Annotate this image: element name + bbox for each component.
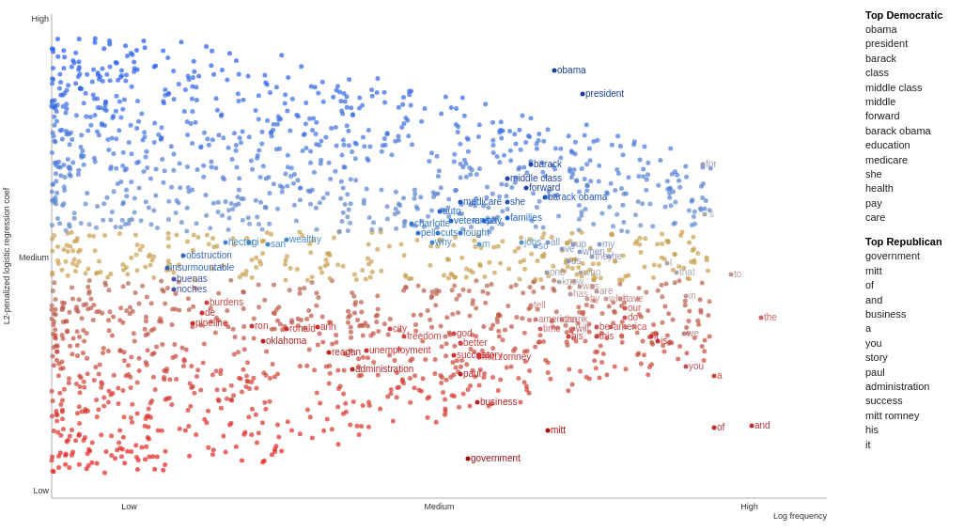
rep-word: you xyxy=(865,336,972,351)
dem-word: class xyxy=(865,66,972,80)
dem-word: education xyxy=(865,138,972,152)
rep-word: mitt romney xyxy=(865,409,972,423)
rep-word: administration xyxy=(865,380,972,394)
dem-word: care xyxy=(865,211,972,225)
dem-word: health xyxy=(865,181,972,195)
rep-word: a xyxy=(865,321,972,336)
dem-word: barack xyxy=(865,52,972,66)
dem-word: barack obama xyxy=(865,124,972,138)
rep-word: of xyxy=(865,278,972,292)
dem-section: Top Democratic obamapresidentbarackclass… xyxy=(865,9,972,225)
dem-word: obama xyxy=(865,23,972,37)
rep-section: Top Republican governmentmittofandbusine… xyxy=(865,236,972,451)
rep-word: story xyxy=(865,351,972,365)
rep-word: and xyxy=(865,293,972,307)
rep-word: government xyxy=(865,249,972,263)
rep-word: business xyxy=(865,307,972,321)
dem-word: middle class xyxy=(865,81,972,95)
dem-word: president xyxy=(865,37,972,51)
rep-word: it xyxy=(865,438,972,452)
dem-word: medicare xyxy=(865,153,972,167)
dem-title: Top Democratic xyxy=(865,9,972,21)
main-container: Top Democratic obamapresidentbarackclass… xyxy=(0,0,980,531)
dem-word: she xyxy=(865,167,972,181)
chart-area xyxy=(0,0,858,531)
rep-word: mitt xyxy=(865,264,972,278)
rep-word: his xyxy=(865,423,972,437)
dem-word: middle xyxy=(865,95,972,109)
rep-word: success xyxy=(865,394,972,408)
dem-words-container: obamapresidentbarackclassmiddle classmid… xyxy=(865,23,972,225)
sidebar: Top Democratic obamapresidentbarackclass… xyxy=(858,0,980,531)
rep-title: Top Republican xyxy=(865,236,972,247)
rep-words-container: governmentmittofandbusinessayoustorypaul… xyxy=(865,249,972,451)
rep-word: paul xyxy=(865,366,972,380)
dem-word: forward xyxy=(865,109,972,123)
scatter-plot xyxy=(0,0,855,531)
dem-word: pay xyxy=(865,196,972,211)
